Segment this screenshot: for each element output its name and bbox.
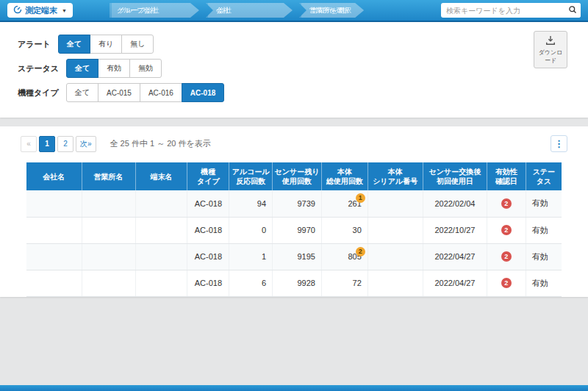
breadcrumb-company[interactable]: 会社 (206, 3, 293, 18)
download-label: ダウンロード (536, 49, 565, 65)
cell-sensor-remaining: 9970 (273, 217, 322, 243)
breadcrumb-group-company[interactable]: グループ会社 (110, 3, 199, 18)
cell-sensor-remaining: 9195 (273, 243, 322, 270)
cell-serial (368, 270, 423, 296)
table-row: AC-018 1 9195 805 2 2022/04/27 2 有効 (26, 243, 562, 270)
cell-alcohol-count: 0 (229, 217, 273, 243)
col-header-company: 会社名 (26, 162, 82, 190)
col-header-model-type: 機種 タイプ (187, 162, 229, 190)
cell-total-use: 72 (321, 270, 368, 296)
cell-status: 有効 (526, 217, 562, 243)
terminals-table: 会社名 営業所名 端末名 機種 タイプ アルコール 反応回数 センサー残り 使用… (26, 162, 562, 297)
search-icon (568, 5, 577, 16)
table-row: AC-018 0 9970 30 2022/10/27 2 有効 (26, 217, 562, 243)
filter-row-model: 機種タイプ 全て AC-015 AC-016 AC-018 (18, 83, 570, 102)
col-header-total-use: 本体 総使用回数 (321, 162, 368, 190)
model-filter-ac018[interactable]: AC-018 (182, 83, 224, 102)
model-filter-group: 全て AC-015 AC-016 AC-018 (66, 83, 225, 102)
cell-company (26, 270, 82, 296)
cell-validity: 2 (487, 270, 526, 296)
cell-office (82, 270, 135, 296)
search-button[interactable] (564, 3, 581, 18)
chevron-down-icon: ▼ (62, 8, 67, 13)
cell-model: AC-018 (187, 243, 229, 270)
cell-model: AC-018 (187, 217, 229, 243)
status-filter-inactive[interactable]: 無効 (129, 59, 162, 78)
cell-company (26, 217, 82, 243)
total-use-value: 72 (353, 279, 362, 287)
cell-status: 有効 (526, 270, 562, 296)
table-row: AC-018 94 9739 261 1 2022/02/04 2 有効 (26, 190, 562, 217)
model-filter-ac016[interactable]: AC-016 (140, 83, 182, 102)
cell-validity: 2 (487, 217, 526, 243)
col-header-serial: 本体 シリアル番号 (368, 162, 423, 190)
pagination-first-button[interactable]: « (21, 136, 37, 152)
cell-validity: 2 (487, 243, 526, 270)
app-logo-dropdown[interactable]: 測定端末 ▼ (7, 3, 73, 18)
kebab-menu-button[interactable]: ⋮ (551, 135, 567, 152)
cell-company (26, 243, 82, 270)
status-filter-group: 全て 有効 無効 (66, 59, 162, 78)
pagination-next-button[interactable]: 次» (76, 136, 96, 152)
alert-filter-no[interactable]: 無し (121, 35, 154, 54)
cell-serial (368, 217, 423, 243)
cell-total-use: 805 2 (321, 243, 368, 270)
search-input[interactable] (441, 7, 564, 15)
cell-alcohol-count: 94 (229, 190, 273, 217)
cell-terminal (135, 217, 187, 243)
cell-total-use: 30 (321, 217, 368, 243)
kebab-menu-icon: ⋮ (554, 138, 564, 149)
cell-alcohol-count: 1 (229, 243, 273, 270)
col-header-sensor-remaining: センサー残り 使用回数 (273, 162, 322, 190)
cell-sensor-remaining: 9739 (273, 190, 322, 217)
col-header-status: ステー タス (526, 162, 562, 190)
app-title: 測定端末 (25, 5, 57, 16)
cell-model: AC-018 (187, 270, 229, 296)
pagination-page-2[interactable]: 2 (57, 136, 74, 152)
cell-sensor-remaining: 9928 (273, 270, 322, 296)
alert-filter-all[interactable]: 全て (58, 35, 90, 54)
content-panel: « 1 2 次» 全 25 件中 1 ～ 20 件を表示 ⋮ 会社名 営業所名 … (0, 126, 588, 297)
cell-terminal (135, 243, 187, 270)
status-filter-active[interactable]: 有効 (98, 59, 130, 78)
col-header-validity-date: 有効性 確認日 (487, 162, 526, 190)
total-use-value: 30 (353, 226, 362, 234)
breadcrumb: グループ会社 会社 営業所を選択 (110, 3, 364, 18)
cell-office (82, 243, 135, 270)
alert-filter-group: 全て 有り 無し (58, 35, 154, 54)
status-filter-all[interactable]: 全て (66, 59, 98, 78)
pagination: « 1 2 次» 全 25 件中 1 ～ 20 件を表示 ⋮ (0, 135, 588, 152)
alert-badge-yellow: 1 (356, 193, 365, 203)
filter-row-alert: アラート 全て 有り 無し (18, 35, 570, 54)
alert-filter-yes[interactable]: 有り (90, 35, 122, 54)
download-button[interactable]: ダウンロード (534, 31, 567, 68)
cell-terminal (135, 270, 187, 296)
status-filter-label: ステータス (18, 63, 59, 74)
download-icon (545, 35, 556, 47)
gauge-icon (13, 4, 22, 17)
cell-serial (368, 243, 423, 270)
cell-first-use-date: 2022/10/27 (423, 217, 487, 243)
cell-total-use: 261 1 (321, 190, 368, 217)
col-header-first-use-date: センサー交換後 初回使用日 (423, 162, 487, 190)
cell-first-use-date: 2022/04/27 (423, 243, 487, 270)
cell-model: AC-018 (187, 190, 229, 217)
model-filter-ac015[interactable]: AC-015 (98, 83, 140, 102)
top-bar: 測定端末 ▼ グループ会社 会社 営業所を選択 (0, 0, 588, 22)
col-header-office: 営業所名 (82, 162, 135, 190)
alert-badge-red: 2 (501, 198, 512, 209)
filter-panel: アラート 全て 有り 無し ステータス 全て 有効 無効 機種タイプ 全て AC… (0, 22, 588, 118)
cell-office (82, 190, 135, 217)
alert-filter-label: アラート (18, 39, 51, 50)
cell-status: 有効 (526, 190, 562, 217)
search-box (441, 3, 581, 18)
model-filter-all[interactable]: 全て (66, 83, 98, 102)
col-header-terminal: 端末名 (135, 162, 187, 190)
breadcrumb-select-office[interactable]: 営業所を選択 (299, 3, 364, 18)
model-filter-label: 機種タイプ (18, 87, 59, 98)
pagination-page-1[interactable]: 1 (39, 136, 55, 152)
alert-badge-red: 2 (501, 278, 512, 288)
col-header-alcohol-count: アルコール 反応回数 (229, 162, 273, 190)
alert-badge-red: 2 (501, 225, 512, 235)
table-row: AC-018 6 9928 72 2022/04/27 2 有効 (26, 270, 562, 296)
